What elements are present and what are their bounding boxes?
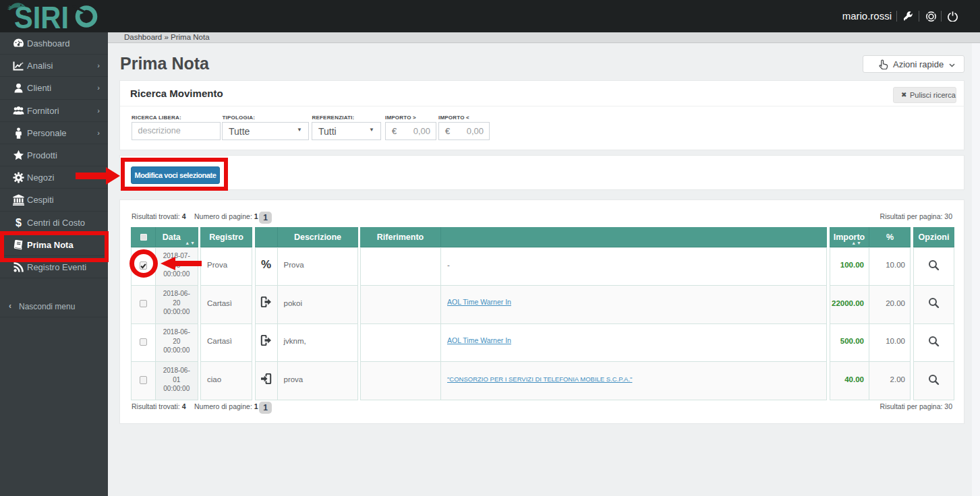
svg-text:SIRI: SIRI (14, 0, 69, 32)
